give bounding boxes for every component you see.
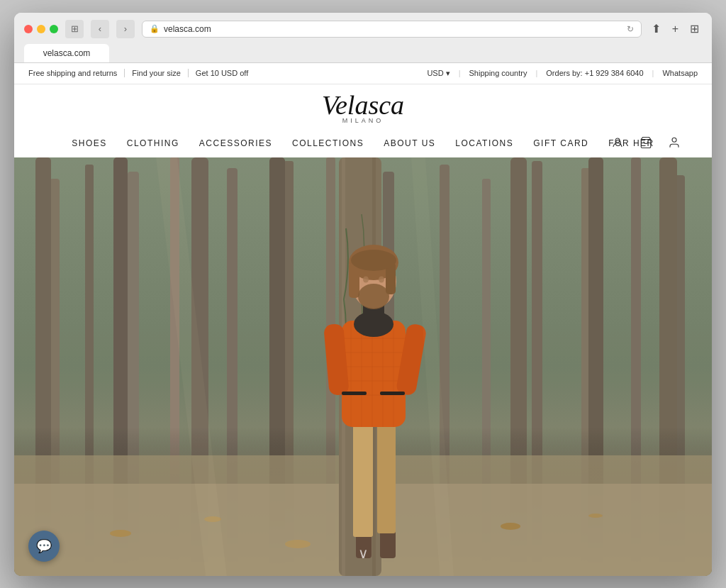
- user-icon: [668, 136, 681, 149]
- logo-container[interactable]: Velasca MILANO: [28, 84, 698, 128]
- browser-tabs: velasca.com: [24, 44, 702, 62]
- account-icon-button[interactable]: [608, 133, 627, 152]
- shipping-country-link[interactable]: Shipping country: [469, 69, 527, 77]
- nav-about-us[interactable]: ABOUT US: [384, 138, 435, 148]
- cart-icon: [640, 136, 652, 149]
- divider-2: |: [535, 69, 537, 77]
- reload-icon[interactable]: ↻: [627, 24, 634, 34]
- currency-value: USD: [427, 69, 443, 77]
- cart-icon-button[interactable]: [637, 133, 655, 152]
- divider-3: |: [652, 69, 654, 77]
- logo-city: MILANO: [28, 117, 698, 124]
- maximize-button[interactable]: [50, 25, 58, 33]
- nav-accessories[interactable]: ACCESSORIES: [199, 138, 272, 148]
- nav-collections[interactable]: COLLECTIONS: [292, 138, 364, 148]
- forward-button[interactable]: ›: [116, 20, 135, 38]
- account-icon: [611, 136, 624, 149]
- main-navigation: SHOES CLOTHING ACCESSORIES COLLECTIONS A…: [28, 128, 698, 157]
- announcement-right: USD ▾ | Shipping country | Orders by: +1…: [427, 69, 698, 78]
- sidebar-toggle-button[interactable]: ⊞: [65, 20, 84, 38]
- chat-button[interactable]: 💬: [28, 531, 60, 562]
- announcement-left: Free shipping and returns Find your size…: [28, 69, 255, 77]
- brand-logo[interactable]: Velasca: [28, 91, 698, 118]
- nav-icons: [608, 133, 683, 152]
- chat-icon: 💬: [36, 538, 52, 554]
- minimize-button[interactable]: [37, 25, 45, 33]
- close-button[interactable]: [24, 25, 33, 33]
- svg-point-0: [615, 138, 620, 143]
- announcement-size[interactable]: Find your size: [125, 69, 188, 77]
- browser-actions: ⬆ + ⊞: [649, 21, 702, 37]
- hero-section: ∨ 💬: [14, 157, 712, 576]
- nav-locations[interactable]: LOCATIONS: [455, 138, 513, 148]
- user-icon-button[interactable]: [665, 133, 683, 152]
- browser-window: ⊞ ‹ › 🔒 velasca.com ↻ ⬆ + ⊞ velasca.com …: [14, 13, 712, 576]
- announcement-bar: Free shipping and returns Find your size…: [14, 63, 712, 84]
- currency-selector[interactable]: USD ▾: [427, 69, 449, 78]
- nav-shoes[interactable]: SHOES: [72, 138, 107, 148]
- nav-clothing[interactable]: CLOTHING: [127, 138, 179, 148]
- share-button[interactable]: ⬆: [649, 21, 664, 37]
- url-text: velasca.com: [164, 24, 211, 34]
- back-button[interactable]: ‹: [91, 20, 109, 38]
- forest-background: [14, 157, 712, 576]
- orders-phone: Orders by: +1 929 384 6040: [546, 69, 643, 77]
- new-tab-button[interactable]: +: [669, 21, 681, 37]
- announcement-discount: Get 10 USD off: [189, 69, 255, 77]
- announcement-shipping: Free shipping and returns: [28, 69, 125, 77]
- nav-gift-card[interactable]: GIFT CARD: [533, 138, 588, 148]
- scroll-indicator[interactable]: ∨: [358, 545, 369, 562]
- hero-image: ∨ 💬: [14, 157, 712, 576]
- currency-chevron-icon: ▾: [446, 69, 450, 78]
- divider-1: |: [459, 69, 461, 77]
- svg-rect-66: [14, 157, 712, 576]
- lock-icon: 🔒: [150, 24, 160, 33]
- browser-chrome: ⊞ ‹ › 🔒 velasca.com ↻ ⬆ + ⊞ velasca.com: [14, 13, 712, 63]
- svg-point-2: [672, 138, 676, 142]
- nav-links-list: SHOES CLOTHING ACCESSORIES COLLECTIONS A…: [72, 136, 654, 149]
- site-header: Velasca MILANO SHOES CLOTHING ACCESSORIE…: [14, 84, 712, 157]
- active-tab[interactable]: velasca.com: [24, 44, 109, 62]
- address-bar[interactable]: 🔒 velasca.com ↻: [142, 21, 642, 38]
- whatsapp-link[interactable]: Whatsapp: [662, 69, 698, 77]
- website-content: Free shipping and returns Find your size…: [14, 63, 712, 576]
- traffic-lights: [24, 25, 58, 33]
- tabs-button[interactable]: ⊞: [687, 21, 702, 37]
